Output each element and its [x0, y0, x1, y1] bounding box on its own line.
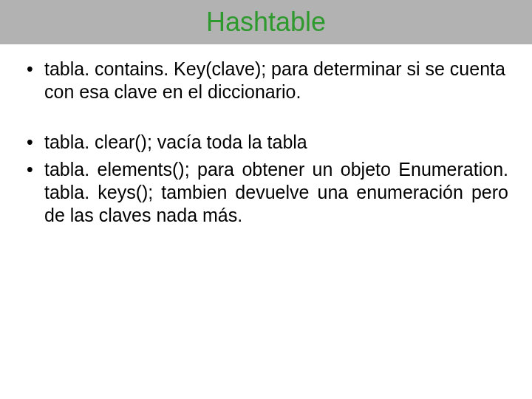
slide-title: Hashtable — [206, 7, 326, 38]
bullet-list-2: tabla. clear(); vacía toda la tabla tabl… — [24, 131, 508, 228]
slide-body: tabla. contains. Key(clave); para determ… — [0, 44, 532, 228]
title-bar: Hashtable — [0, 0, 532, 44]
list-item: tabla. clear(); vacía toda la tabla — [24, 131, 508, 154]
list-item: tabla. elements(); para obtener un objet… — [24, 158, 508, 228]
spacer — [24, 109, 508, 131]
list-item: tabla. contains. Key(clave); para determ… — [24, 58, 508, 104]
bullet-list-1: tabla. contains. Key(clave); para determ… — [24, 58, 508, 104]
